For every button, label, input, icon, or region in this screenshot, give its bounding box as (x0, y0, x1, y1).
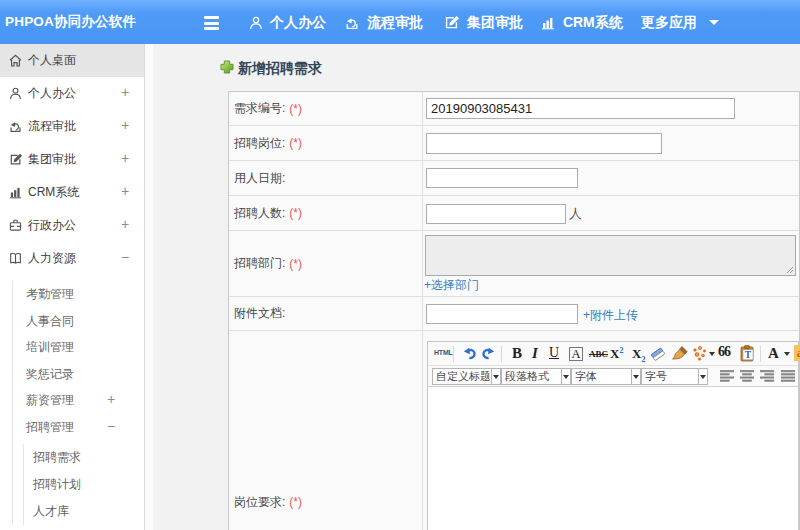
svg-text:T: T (745, 350, 752, 360)
